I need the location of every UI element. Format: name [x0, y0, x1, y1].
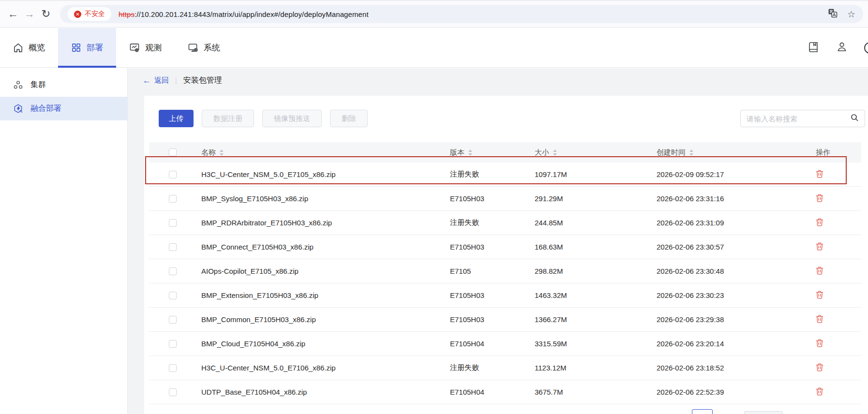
delete-row-icon[interactable]	[816, 266, 823, 275]
package-version: 注册失败	[450, 363, 535, 372]
package-name: BMP_Extension_E7105H03_x86.zip	[201, 291, 450, 299]
delete-row-icon[interactable]	[816, 218, 823, 226]
browser-toolbar: ← → ↻ ✕ 不安全 https://10.200.201.241:8443/…	[0, 0, 868, 28]
browser-reload-button[interactable]: ↻	[38, 6, 54, 22]
delete-row-icon[interactable]	[816, 242, 823, 251]
table-header: 名称 版本 大小 创建时间 操作	[149, 142, 861, 163]
column-header-created[interactable]: 创建时间	[657, 148, 686, 157]
sort-icon[interactable]	[468, 149, 472, 156]
table-row: BMP_Common_E7105H03_x86.zip E7105H03 136…	[149, 308, 861, 332]
nav-item-deploy[interactable]: 部署	[58, 28, 116, 67]
delete-row-icon[interactable]	[816, 291, 823, 299]
package-created: 2026-02-06 23:31:16	[657, 194, 813, 203]
row-checkbox[interactable]	[169, 195, 177, 203]
package-size: 3675.7M	[535, 388, 657, 396]
table-body: H3C_U-Center_NSM_5.0_E7105_x86.zip 注册失败 …	[149, 163, 861, 404]
nav-item-overview[interactable]: 概览	[0, 28, 58, 67]
search-box	[740, 110, 865, 127]
breadcrumb: ← 返回 | 安装包管理	[143, 75, 222, 86]
delete-row-icon[interactable]	[816, 339, 823, 347]
image-prepush-button[interactable]: 镜像预推送	[262, 110, 322, 127]
row-checkbox[interactable]	[169, 340, 177, 348]
package-size: 1463.32M	[535, 291, 657, 299]
table-row: BMP_Extension_E7105H03_x86.zip E7105H03 …	[149, 283, 861, 308]
row-checkbox[interactable]	[169, 243, 177, 251]
content-area: ← 返回 | 安装包管理 上传 数据注册 镜像预推送 删除	[128, 68, 868, 414]
help-icon[interactable]	[864, 42, 868, 54]
delete-button[interactable]: 删除	[330, 110, 368, 127]
delete-row-icon[interactable]	[816, 170, 823, 178]
back-link[interactable]: ← 返回	[143, 76, 169, 86]
sort-icon[interactable]	[553, 149, 557, 156]
sidebar-item-converged-deploy[interactable]: 融合部署	[0, 97, 127, 120]
active-tab-underline	[58, 66, 116, 68]
upload-button[interactable]: 上传	[159, 110, 194, 127]
browser-back-button[interactable]: ←	[5, 6, 21, 22]
address-bar[interactable]: ✕ 不安全 https://10.200.201.241:8443/matrix…	[60, 5, 863, 23]
row-checkbox[interactable]	[169, 316, 177, 324]
nav-item-system[interactable]: 系统	[175, 28, 233, 67]
package-size: 1097.17M	[535, 170, 657, 178]
sort-icon[interactable]	[689, 149, 693, 156]
row-checkbox[interactable]	[169, 364, 177, 372]
table-row: H3C_U-Center_NSM_5.0_E7106_x86.zip 注册失败 …	[149, 356, 861, 380]
url-path: ://10.200.201.241:8443/matrix/ui/app/ind…	[135, 10, 369, 18]
url-text: https://10.200.201.241:8443/matrix/ui/ap…	[119, 10, 369, 18]
delete-row-icon[interactable]	[816, 363, 823, 371]
package-name: UDTP_Base_E7105H04_x86.zip	[201, 388, 450, 396]
sort-icon[interactable]	[220, 149, 224, 156]
nav-label: 系统	[204, 42, 220, 53]
delete-row-icon[interactable]	[816, 194, 823, 202]
package-table: 名称 版本 大小 创建时间 操作 H3C_U-Center_NSM_5.0_E7…	[149, 142, 861, 404]
package-created: 2026-02-06 23:20:14	[657, 340, 813, 348]
package-version: E7105H04	[450, 340, 535, 348]
package-management-card: 上传 数据注册 镜像预推送 删除 名称	[144, 96, 868, 414]
package-version: E7105H03	[450, 315, 535, 324]
delete-row-icon[interactable]	[816, 315, 823, 323]
row-checkbox[interactable]	[169, 388, 177, 396]
translate-icon[interactable]	[828, 8, 838, 20]
pagination-page-button[interactable]	[692, 409, 713, 414]
browser-forward-button[interactable]: →	[21, 6, 38, 22]
user-icon[interactable]	[836, 41, 848, 55]
data-register-button[interactable]: 数据注册	[202, 110, 254, 127]
pagination-size-select[interactable]	[744, 411, 783, 414]
package-version: 注册失败	[450, 218, 535, 227]
package-size: 168.63M	[535, 243, 657, 251]
package-created: 2026-02-06 22:52:39	[657, 388, 813, 396]
package-size: 298.82M	[535, 267, 657, 275]
row-checkbox[interactable]	[169, 171, 177, 178]
bookmark-star-icon[interactable]: ☆	[847, 10, 855, 19]
column-header-version[interactable]: 版本	[450, 148, 464, 157]
row-checkbox[interactable]	[169, 219, 177, 227]
package-size: 291.29M	[535, 194, 657, 203]
toolbar: 上传 数据注册 镜像预推送 删除	[159, 110, 865, 127]
column-header-size[interactable]: 大小	[535, 148, 549, 157]
package-size: 1123.12M	[535, 364, 657, 372]
package-size: 3315.59M	[535, 340, 657, 348]
package-name: H3C_U-Center_NSM_5.0_E7106_x86.zip	[201, 364, 450, 372]
column-header-name[interactable]: 名称	[201, 148, 216, 157]
package-version: E7105	[450, 267, 535, 275]
table-row: BMP_Syslog_E7105H03_x86.zip E7105H03 291…	[149, 187, 861, 211]
row-checkbox[interactable]	[169, 292, 177, 299]
package-created: 2026-02-06 23:30:48	[657, 267, 813, 275]
delete-row-icon[interactable]	[816, 387, 823, 396]
site-security-chip[interactable]: ✕ 不安全	[68, 7, 111, 21]
table-row: BMP_Cloud_E7105H04_x86.zip E7105H04 3315…	[149, 332, 861, 356]
breadcrumb-separator: |	[175, 77, 177, 85]
nav-item-observe[interactable]: 观测	[116, 28, 175, 67]
search-input[interactable]	[747, 115, 851, 123]
sidebar: 集群 融合部署	[0, 68, 128, 414]
url-scheme: https	[119, 10, 135, 18]
search-icon[interactable]	[851, 114, 859, 124]
package-name: BMP_Common_E7105H03_x86.zip	[201, 315, 450, 324]
sidebar-item-cluster[interactable]: 集群	[0, 73, 127, 97]
package-name: BMP_RDRArbitrator_E7105H03_x86.zip	[201, 219, 450, 227]
select-all-checkbox[interactable]	[169, 148, 177, 156]
manual-book-icon[interactable]	[808, 41, 820, 55]
sidebar-item-label: 融合部署	[30, 104, 61, 114]
row-checkbox[interactable]	[169, 267, 177, 275]
package-name: BMP_Connect_E7105H03_x86.zip	[201, 243, 450, 251]
package-name: BMP_Syslog_E7105H03_x86.zip	[201, 194, 450, 203]
